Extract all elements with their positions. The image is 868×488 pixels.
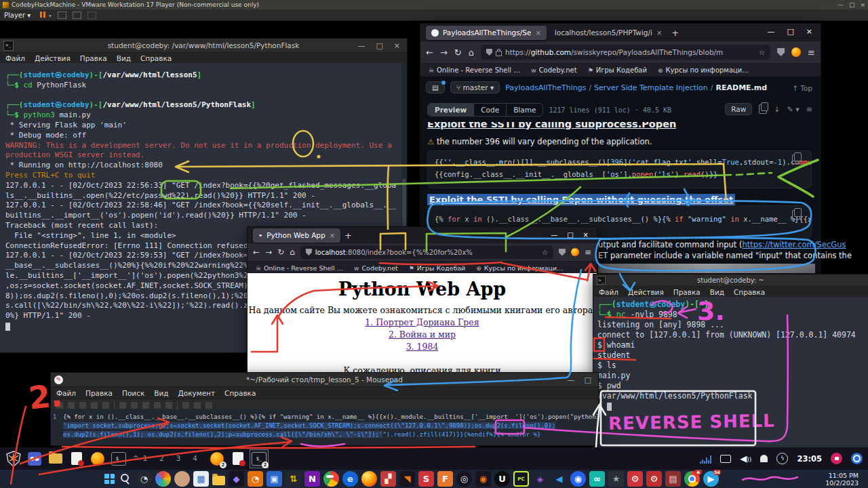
minimize-icon[interactable]: —: [357, 41, 365, 50]
ring-app-icon[interactable]: ◎: [456, 471, 472, 487]
forward-icon[interactable]: →: [265, 247, 272, 257]
send-keys-icon[interactable]: [58, 12, 66, 19]
book-link-3[interactable]: 3. 1984: [406, 342, 439, 352]
windows-clock[interactable]: 11:05 PM10/2/2023: [825, 472, 859, 487]
bookmark-games[interactable]: ⚑Игры Кодебай: [588, 66, 647, 74]
menu-search[interactable]: Поиск: [122, 389, 144, 397]
menu-file[interactable]: Файл: [56, 389, 76, 397]
goto-icon[interactable]: [205, 402, 212, 409]
colorful-app-icon[interactable]: [155, 471, 171, 487]
vscode-icon[interactable]: ◀: [551, 471, 567, 487]
breadcrumb-folder[interactable]: Server Side Template Injection: [594, 83, 708, 92]
firefox-icon[interactable]: [361, 471, 377, 487]
gauge-app-icon[interactable]: ◔: [136, 471, 152, 487]
download-icon[interactable]: ↓: [774, 105, 780, 114]
copy-icon[interactable]: [154, 402, 161, 409]
firefox-account-icon[interactable]: [791, 47, 801, 57]
replace-icon[interactable]: [194, 402, 201, 409]
back-icon[interactable]: ←: [253, 247, 260, 257]
open-file-icon[interactable]: [68, 402, 75, 409]
taskbar-mousepad-window[interactable]: [230, 451, 246, 467]
new-tab-button[interactable]: +: [671, 28, 679, 38]
power-manager-icon[interactable]: ϟ: [776, 453, 788, 464]
redo-icon[interactable]: [131, 402, 138, 409]
menu-view[interactable]: Вид: [154, 389, 168, 397]
maximize-icon[interactable]: □: [585, 375, 591, 384]
file-view-tabs[interactable]: Preview Code Blame: [427, 103, 543, 117]
mousepad-launcher-icon[interactable]: [68, 451, 85, 467]
minimize-icon[interactable]: —: [568, 375, 575, 384]
menu-file[interactable]: Файл: [5, 54, 25, 62]
obsidian-app-icon[interactable]: ◆: [229, 471, 244, 487]
menu-edit[interactable]: Правка: [85, 389, 113, 397]
protections-shield-icon[interactable]: [559, 249, 566, 256]
map-pin-icon[interactable]: ◉: [570, 471, 586, 487]
notifications-bell-icon[interactable]: [760, 455, 768, 462]
copy-icon[interactable]: [792, 210, 800, 220]
tab-python-web-app[interactable]: • Python Web App ×: [253, 228, 340, 243]
red-app-icon[interactable]: ▞: [380, 471, 396, 487]
profile-app-icon[interactable]: [174, 471, 190, 487]
terminal-listener-titlebar[interactable]: >_ student@codeby: ~: [593, 274, 868, 287]
save-as-icon[interactable]: [91, 402, 98, 409]
file-tree-button[interactable]: ▤: [426, 81, 445, 94]
new-file-icon[interactable]: [56, 402, 63, 409]
fullscreen-icon[interactable]: [73, 12, 81, 19]
bookmark-star-icon[interactable]: ☆: [542, 249, 548, 256]
close-icon[interactable]: ×: [583, 231, 589, 239]
mousepad-text[interactable]: {% for x in ().__class__.__base__.__subc…: [63, 413, 595, 439]
menu-help[interactable]: Справка: [224, 389, 256, 397]
display-icon[interactable]: [720, 455, 731, 463]
edge-icon[interactable]: e: [342, 471, 358, 487]
onenote-icon[interactable]: N: [304, 471, 320, 487]
shuriken-app-icon[interactable]: ★: [608, 471, 624, 487]
twitter-link[interactable]: https://twitter.com/SecGus: [742, 240, 846, 249]
maximize-icon[interactable]: □: [849, 1, 855, 8]
tools-red-icon[interactable]: ▤: [665, 471, 681, 487]
bookmark-codeby[interactable]: wCodeby.net: [531, 66, 576, 74]
pause-button[interactable]: ▾: [40, 12, 52, 19]
menu-edit[interactable]: Правка: [673, 288, 701, 296]
copy-icon[interactable]: [759, 104, 767, 114]
mousepad-titlebar[interactable]: ✎ *~/Рабочий стол/tmp_lesson_5 - Mousepa…: [51, 373, 598, 387]
branch-selector[interactable]: ⑂ master ▾: [450, 81, 500, 94]
tab-payloadsallthethings[interactable]: PayloadsAllTheThings/Se ×: [426, 26, 547, 40]
find-icon[interactable]: [182, 402, 189, 409]
outline-icon[interactable]: ≡: [806, 105, 812, 114]
app-menu-icon[interactable]: ●●: [26, 451, 43, 467]
new-tab-button[interactable]: +: [344, 230, 352, 241]
reload-icon[interactable]: ↻: [454, 47, 462, 58]
bookmark-codeby[interactable]: wCodeby.net: [354, 264, 398, 272]
chrome-profile-icon[interactable]: A: [684, 471, 700, 487]
clock-app-icon[interactable]: ◔: [248, 471, 263, 487]
search-icon[interactable]: [117, 471, 133, 487]
maximize-icon[interactable]: □: [567, 231, 573, 239]
unreal-icon[interactable]: U: [494, 471, 510, 487]
protections-shield-icon[interactable]: [777, 48, 785, 56]
vmware-icon[interactable]: ⇅: [285, 471, 301, 487]
book-link-2[interactable]: 2. Война и мир: [389, 329, 456, 340]
maximize-icon[interactable]: □: [376, 41, 382, 50]
close-tab-icon[interactable]: ×: [656, 29, 662, 37]
menu-help[interactable]: Справка: [734, 288, 765, 296]
undo-icon[interactable]: [119, 402, 126, 409]
keepass-lock-icon[interactable]: [831, 453, 842, 464]
menu-actions[interactable]: Действия: [628, 288, 664, 296]
menu-view[interactable]: Вид: [117, 54, 131, 62]
raw-button[interactable]: Raw: [725, 103, 752, 115]
bookmark-star-icon[interactable]: ☆: [759, 48, 765, 56]
url-bar[interactable]: https://github.com/swisskyrepo/PayloadsA…: [481, 45, 770, 60]
terminal-launcher-icon[interactable]: $_: [111, 451, 127, 467]
reload-icon[interactable]: ↻: [277, 247, 284, 257]
close-icon[interactable]: ×: [394, 41, 400, 50]
calendar-app-icon[interactable]: ▦: [193, 471, 209, 487]
sublime-icon[interactable]: S: [418, 471, 434, 487]
code-block-1[interactable]: {{''.__class__.mro()[1].__subclasses__()…: [427, 150, 812, 188]
tab-localhost-phptwig[interactable]: localhost/lesson5/PHPTwig/i ×: [549, 26, 668, 40]
paste-icon[interactable]: [165, 402, 172, 409]
book-link-1[interactable]: 1. Портрет Дориана Грея: [365, 317, 479, 327]
visual-studio-icon[interactable]: ◈: [532, 471, 548, 487]
minimize-icon[interactable]: —: [551, 231, 557, 239]
gear-red-icon-2[interactable]: ⚙: [646, 471, 662, 487]
bookmark-courses[interactable]: ⊕Курсы по информаци…: [658, 66, 749, 74]
